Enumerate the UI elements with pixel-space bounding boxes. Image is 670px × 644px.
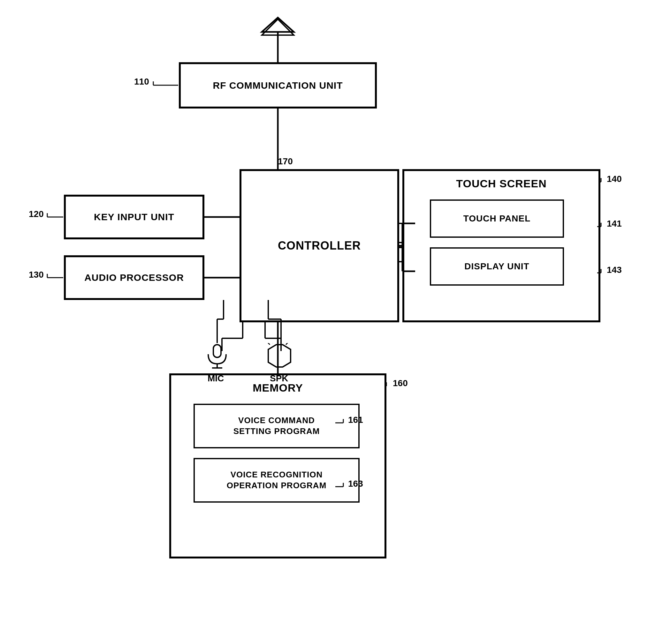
svg-marker-1 [262, 19, 294, 35]
display-unit-label: DISPLAY UNIT [464, 261, 529, 272]
controller-block: CONTROLLER [240, 169, 399, 322]
rf-comm-ref: 110 [134, 77, 149, 87]
svg-marker-48 [262, 17, 294, 32]
voice-cmd-block: VOICE COMMAND SETTING PROGRAM [193, 404, 360, 448]
rf-communication-block: RF COMMUNICATION UNIT [179, 62, 377, 109]
svg-line-41 [267, 343, 270, 345]
svg-marker-40 [268, 345, 291, 367]
display-unit-ref: 143 [607, 265, 622, 275]
audio-proc-ref: 130 [29, 270, 44, 280]
touch-screen-block: TOUCH SCREEN TOUCH PANEL DISPLAY UNIT [402, 169, 600, 322]
touch-panel-label: TOUCH PANEL [464, 214, 531, 224]
svg-line-46 [286, 343, 289, 345]
controller-label: CONTROLLER [278, 239, 361, 252]
touch-screen-ref: 140 [607, 174, 622, 184]
controller-ref: 170 [278, 156, 293, 167]
memory-ref: 160 [393, 378, 408, 388]
display-unit-block: DISPLAY UNIT [430, 247, 564, 286]
voice-cmd-ref: 161 [348, 415, 363, 425]
voice-rec-block: VOICE RECOGNITION OPERATION PROGRAM [193, 458, 360, 503]
voice-rec-label: VOICE RECOGNITION OPERATION PROGRAM [227, 469, 327, 491]
touch-screen-title: TOUCH SCREEN [456, 177, 546, 190]
key-input-ref: 120 [29, 209, 44, 219]
voice-cmd-label: VOICE COMMAND SETTING PROGRAM [233, 415, 320, 437]
svg-rect-37 [213, 345, 221, 357]
audio-processor-block: AUDIO PROCESSOR [64, 255, 204, 300]
key-input-block: KEY INPUT UNIT [64, 195, 204, 239]
voice-rec-ref: 163 [348, 479, 363, 489]
mic-icon [204, 343, 230, 369]
rf-comm-label: RF COMMUNICATION UNIT [213, 80, 343, 91]
touch-panel-ref: 141 [607, 219, 622, 229]
spk-label: SPK [270, 373, 289, 384]
audio-proc-label: AUDIO PROCESSOR [84, 272, 184, 283]
key-input-label: KEY INPUT UNIT [94, 211, 174, 222]
spk-icon [265, 343, 294, 369]
mic-label: MIC [207, 373, 224, 384]
block-diagram: RF COMMUNICATION UNIT 110 CONTROLLER 170… [0, 0, 670, 644]
touch-panel-block: TOUCH PANEL [430, 200, 564, 238]
memory-block: MEMORY VOICE COMMAND SETTING PROGRAM VOI… [169, 373, 386, 559]
